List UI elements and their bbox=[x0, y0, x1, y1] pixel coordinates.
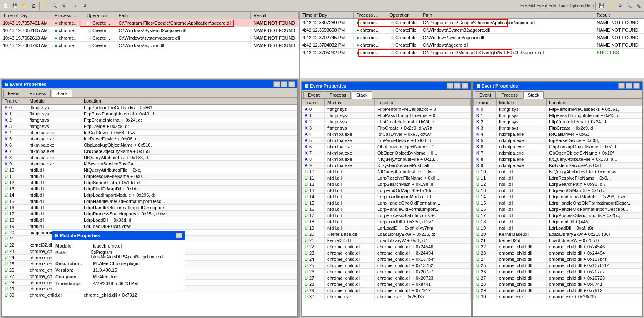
stack-row[interactable]: U 14 ntdll.dll LdrpLoadImportModule + 0.… bbox=[302, 194, 471, 200]
stack-row[interactable]: K 6 ntkmlpa.exe ObpLookupObjectName + 0.… bbox=[302, 144, 471, 150]
r2-close[interactable]: ✕ bbox=[633, 83, 640, 89]
stack-row[interactable]: K 6 ntkmlpa.exe ObpLookupObjectName + 0x… bbox=[474, 144, 642, 150]
stack-row[interactable]: K 2 fltmgr.sys FltpCreateInternal + 0x24… bbox=[474, 119, 642, 125]
right-pm-row[interactable]: 4:42:12.3704032 PM ● chrome... 📄 CreateF… bbox=[300, 41, 644, 49]
stack-row[interactable]: K 6 ntkmlpa.exe ObpLookupObjectName + 0x… bbox=[2, 142, 297, 148]
right-pm-row[interactable]: 4:42:12.3705232 PM ● chrome... 📄 CreateF… bbox=[300, 49, 644, 56]
stack-row[interactable]: U 14 ntdll.dll LdrpLoadImportModule + 0x… bbox=[2, 192, 297, 198]
stack-row[interactable]: K 1 fltmgr.sys FltpPassThroughInternal +… bbox=[302, 113, 471, 119]
right-pm-row[interactable]: 4:42:12.3702745 PM ● chrome... 📄 CreateF… bbox=[300, 34, 644, 41]
stack-row[interactable]: U 17 ntdll.dll LdrpProcessStaticImports … bbox=[474, 213, 642, 219]
stack-row[interactable]: U 30 chrome.exe chrome.exe + 0x28d3b bbox=[302, 294, 471, 300]
stack-row[interactable]: K 7 ntkmlpa.exe ObOpenObjectByName + 0x1… bbox=[2, 148, 297, 155]
r2-tab-stack[interactable]: Stack bbox=[523, 91, 544, 99]
stack-row[interactable]: U 19 ntdll.dll LdrLoadDll + 0xaf, (8) bbox=[474, 225, 642, 231]
r1-tab-stack[interactable]: Stack bbox=[352, 91, 372, 99]
stack-row[interactable]: U 12 ntdll.dll LdrpSearchPath + 0x93, d:… bbox=[474, 181, 642, 188]
left-pm-row[interactable]: 10:43:19.7057461 AM ● chrome... 📄 Create… bbox=[0, 19, 299, 27]
tb2-find-icon[interactable]: 🔍 bbox=[625, 2, 633, 10]
stack-row[interactable]: U 21 kernel32.dll LoadLibraryW + 0x 1, d… bbox=[302, 238, 471, 244]
stack-row[interactable]: U 10 ntdll.dll NtQueryAttributesFile + 0… bbox=[474, 169, 642, 175]
stack-row[interactable]: K 3 fltmgr.sys FltpCreate + 0x2c9, d bbox=[474, 125, 642, 131]
mod-minimize-btn[interactable]: ─ bbox=[176, 233, 182, 238]
stack-row[interactable]: K 4 ntkmlpa.exe IofCallDriver + 0x63, bbox=[474, 131, 642, 138]
stack-row[interactable]: K 3 fltmgr.sys FltpCreate + 0x2c9, d: bbox=[2, 123, 297, 130]
r1-close[interactable]: ✕ bbox=[462, 83, 468, 89]
r2-minimize[interactable]: ─ bbox=[618, 83, 625, 89]
tb-filter-icon[interactable]: ⚡ bbox=[41, 2, 50, 10]
stack-row[interactable]: U 17 ntdll.dll LdrpProcessStaticImports … bbox=[302, 213, 471, 219]
r1-tab-process[interactable]: Process bbox=[325, 91, 351, 98]
stack-row[interactable]: U 11 ntdll.dll LdrpResolveFileName + 0x0… bbox=[302, 175, 471, 181]
right-pm-row[interactable]: 4:42:12.3698608 PM ● chrome... 📄 CreateF… bbox=[300, 26, 644, 34]
stack-row[interactable]: K 4 ntkmlpa.exe IofCallDriver + 0x63, d:… bbox=[302, 131, 471, 138]
stack-row[interactable]: K 8 ntkmlpa.exe NtQueryAttributeFile + 0… bbox=[302, 156, 471, 163]
stack-row[interactable]: U 26 chrome_child.dll chrome_child.dll +… bbox=[474, 269, 642, 275]
tb-highlight-icon[interactable]: 🔍 bbox=[50, 2, 59, 10]
stack-row[interactable]: U 13 ntdll.dll LdrpFindOrMapDll + 0x1dc.… bbox=[302, 188, 471, 194]
left-pm-row[interactable]: 10:43:19.7063793 AM ● chrome... 📄 Create… bbox=[0, 42, 299, 49]
stack-row[interactable]: U 26 chrome_child.dll chrome_child.dll +… bbox=[302, 269, 471, 275]
pm-col-op[interactable]: Operation bbox=[84, 12, 116, 19]
stack-row[interactable]: K 9 ntkmlpa.exe KiSystemServicePostCall bbox=[302, 163, 471, 169]
pm-col-path[interactable]: Path bbox=[116, 12, 251, 19]
stack-row[interactable]: U 22 chrome_child.dll chrome_child.dll +… bbox=[474, 244, 642, 250]
stack-row[interactable]: U 13 ntdll.dll LdrpFindOrMapDll + 0x1dc.… bbox=[474, 188, 642, 194]
stack-row[interactable]: U 29 chrome_child.dll chrome_child.dll +… bbox=[474, 288, 642, 294]
tb-scroll-icon[interactable]: ↕ bbox=[72, 2, 80, 10]
stack-row[interactable]: U 16 ntdll.dll LdrpHandleOldFormatImport… bbox=[302, 206, 471, 213]
pm-col-proc[interactable]: Process ... bbox=[52, 12, 84, 19]
stack-row[interactable]: K 3 fltmgr.sys FltpCreate + 0x2c9, d:\w7… bbox=[302, 125, 471, 131]
minimize-btn-left[interactable]: ─ bbox=[273, 81, 280, 87]
stack-row[interactable]: U 20 KernelBase.dll LoadLibraryExW + 0x2… bbox=[474, 231, 642, 238]
tab-process-left[interactable]: Process bbox=[25, 90, 51, 97]
stack-row[interactable]: U 25 chrome_child.dll chrome_child.dll +… bbox=[302, 263, 471, 269]
stack-row[interactable]: U 11 ntdll.dll LdrpResolveFileName + 0x0… bbox=[2, 173, 297, 180]
stack-row[interactable]: K 9 ntkmlpa.exe KiSystemServicePostCall bbox=[2, 161, 297, 167]
stack-row[interactable]: K 8 ntkmlpa.exe NtQueryAttributeFile + 0… bbox=[2, 155, 297, 161]
pm-col-result[interactable]: Result bbox=[251, 12, 299, 19]
stack-row[interactable]: U 12 ntdll.dll LdrpSearchPath + 0x19d, d… bbox=[2, 180, 297, 186]
stack-row[interactable]: U 18 ntdll.dll LdrpLoadDll + 0x33d, d:\w… bbox=[302, 219, 471, 225]
left-pm-row[interactable]: 10:43:19.7062613 AM ● chrome... 📄 Create… bbox=[0, 34, 299, 42]
stack-row[interactable]: K 9 ntkmlpa.exe KiSystemServicePostCall bbox=[474, 163, 642, 169]
close-btn-left[interactable]: ✕ bbox=[288, 81, 295, 87]
stack-row[interactable]: U 28 chrome_child.dll chrome_child.dll +… bbox=[302, 281, 471, 288]
rpm-col-proc[interactable]: Process ... bbox=[354, 12, 387, 18]
r1-tab-event[interactable]: Event bbox=[303, 91, 324, 98]
stack-row[interactable]: U 16 ntdll.dll LdrpHandleOldFormatImport… bbox=[474, 206, 642, 213]
stack-row[interactable]: K 0 fltmgr.sys FltpPerformPreCallbacks +… bbox=[474, 106, 642, 113]
r1-maximize[interactable]: □ bbox=[454, 83, 461, 89]
tb-print-icon[interactable]: 🖨 bbox=[29, 2, 37, 10]
stack-row[interactable]: K 5 ntkmlpa.exe IopParseDevice + 0xf08, … bbox=[2, 136, 297, 142]
left-stack-scroll[interactable]: 🖥 Module Properties ─ Module: fcagchrome… bbox=[2, 97, 297, 316]
stack-row[interactable]: U 22 chrome_child.dll chrome_child.dll +… bbox=[302, 244, 471, 250]
right1-stack-scroll[interactable]: Frame Module Location K 0 fltmgr.sys Flt… bbox=[302, 99, 471, 316]
stack-row[interactable]: K 0 fltmgr.sys FltpPerformPreCallbacks +… bbox=[2, 105, 297, 111]
stack-row[interactable]: U 20 KernelBase.dll LoadLibraryExW + 0x2… bbox=[302, 231, 471, 238]
r2-tab-event[interactable]: Event bbox=[475, 91, 496, 98]
tab-stack-left[interactable]: Stack bbox=[52, 90, 72, 97]
rpm-col-result[interactable]: Result bbox=[594, 12, 644, 18]
r2-tab-process[interactable]: Process bbox=[497, 91, 522, 98]
tb2-settings-icon[interactable]: ⚙ bbox=[616, 2, 624, 10]
stack-row[interactable]: U 15 ntdll.dll LdrpHandleOneOldFormatIm.… bbox=[302, 200, 471, 206]
stack-row[interactable]: U 10 ntdll.dll NtQueryAttributesFile + 0… bbox=[2, 167, 297, 173]
stack-row[interactable]: K 8 ntkmlpa.exe NtQueryAttributeFile + 0… bbox=[474, 156, 642, 163]
tb-save-icon[interactable]: 💾 bbox=[11, 2, 19, 10]
stack-row[interactable]: U 18 ntdll.dll LdrpLoadDll + 0x33d, d: bbox=[2, 217, 297, 223]
tb-file-icon[interactable]: 📄 bbox=[2, 2, 10, 10]
stack-row[interactable]: U 10 ntdll.dll NtQueryAttributesFile + 0… bbox=[302, 169, 471, 175]
stack-row[interactable]: U 19 ntdll.dll LdrLoadDll + 0xaf, d:\w bbox=[2, 223, 297, 230]
stack-row[interactable]: U 15 ntdll.dll LdrpHandleOneOldFormatImp… bbox=[2, 198, 297, 205]
maximize-btn-left[interactable]: □ bbox=[281, 81, 287, 87]
stack-row[interactable]: U 29 chrome_child.dll chrome_child.dll +… bbox=[302, 288, 471, 294]
stack-row[interactable]: U 17 ntdll.dll LdrpProcessStaticImports … bbox=[2, 211, 297, 217]
tab-event-left[interactable]: Event bbox=[3, 90, 24, 97]
tb-open-icon[interactable]: 📂 bbox=[20, 2, 28, 10]
rpm-col-op[interactable]: Operation bbox=[387, 12, 420, 18]
stack-row[interactable]: U 28 chrome_child.dll chrome_child.dll +… bbox=[474, 281, 642, 288]
r2-maximize[interactable]: □ bbox=[626, 83, 632, 89]
stack-row[interactable]: U 23 chrome_child.dll chrome_child.dll +… bbox=[302, 250, 471, 256]
stack-row[interactable]: U 11 ntdll.dll LdrpResolveFileName + 0x0… bbox=[474, 175, 642, 181]
